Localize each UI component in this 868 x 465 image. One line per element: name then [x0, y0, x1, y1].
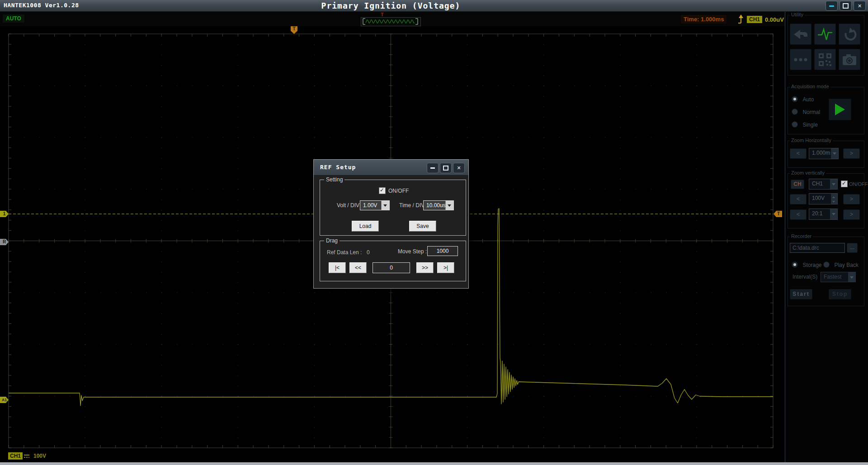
dialog-minimize-button[interactable] — [427, 163, 439, 173]
zoom-h-select[interactable]: 1.000ms — [809, 148, 839, 159]
stop-button: Stop — [829, 289, 851, 299]
move-first-button[interactable]: |< — [329, 262, 346, 273]
timebase-readout: Time: 1.000ms — [681, 15, 726, 24]
chevron-down-icon[interactable] — [830, 148, 838, 159]
probe-prev-button[interactable]: < — [790, 209, 807, 220]
utility-group-label: Utility — [790, 12, 805, 17]
save-button[interactable]: Save — [409, 221, 436, 232]
maximize-button[interactable] — [840, 1, 852, 11]
chevron-down-icon[interactable] — [830, 179, 837, 189]
probe-select[interactable]: 20:1 — [809, 209, 838, 220]
load-button[interactable]: Load — [352, 221, 379, 232]
screenshot-button[interactable] — [839, 49, 860, 70]
start-button[interactable]: Start — [790, 289, 812, 299]
trigger-level-readout: 0.00uV — [765, 16, 784, 23]
move-next-button[interactable]: >> — [416, 262, 434, 273]
trigger-edge-icon — [737, 14, 745, 24]
dialog-close-button[interactable]: ✕ — [453, 163, 465, 173]
volt-next-button[interactable]: > — [843, 194, 860, 204]
ref-setup-dialog: REF Setup ✕ Setting ✓ ON/OFF Volt / DIV … — [313, 159, 469, 289]
back-button[interactable] — [790, 24, 811, 45]
drag-group: Drag Ref Data Len : 0 Move Step : |< << … — [320, 241, 466, 281]
undo-button[interactable] — [839, 24, 860, 45]
more-button[interactable] — [790, 49, 811, 70]
channel-bar: CH1 100V — [0, 451, 785, 462]
volt-div-label: Volt / DIV — [337, 202, 359, 209]
dc-coupling-icon — [24, 454, 31, 459]
dialog-maximize-button[interactable] — [440, 163, 452, 173]
channel-value: CH1 — [809, 179, 830, 189]
radio-storage-icon — [792, 261, 798, 268]
zoom-v-group-label: Zoom vertically — [790, 170, 826, 176]
maximize-icon — [843, 3, 849, 9]
time-div-label: Time / DIV — [399, 202, 425, 209]
zoom-h-next-button[interactable]: > — [843, 148, 860, 159]
radio-single-label: Single — [802, 122, 817, 128]
ref-onoff-label: ON/OFF — [388, 188, 409, 194]
time-div-select[interactable]: 10.00us — [423, 200, 454, 210]
close-button[interactable]: ✕ — [854, 1, 866, 11]
spin-up-icon[interactable] — [831, 194, 837, 199]
undo-icon — [842, 27, 857, 42]
radio-storage-label: Storage — [802, 262, 821, 268]
radio-playback[interactable]: Play Back — [823, 261, 859, 269]
play-icon — [835, 104, 845, 115]
close-icon: ✕ — [457, 165, 461, 171]
zoom-h-prev-button[interactable]: < — [790, 148, 807, 159]
camera-icon — [842, 53, 857, 66]
move-prev-button[interactable]: << — [349, 262, 367, 273]
radio-normal[interactable]: Normal — [792, 108, 820, 116]
probe-next-button[interactable]: > — [843, 209, 860, 220]
radio-auto[interactable]: Auto — [792, 95, 814, 103]
interval-select: Fastest — [821, 272, 856, 282]
record-path-input[interactable] — [790, 243, 845, 253]
check-icon: ✓ — [380, 187, 384, 193]
chevron-down-icon[interactable] — [381, 201, 389, 210]
waveform-button[interactable] — [814, 24, 836, 45]
channel-badge[interactable]: CH1 — [8, 452, 23, 460]
volt-prev-button[interactable]: < — [790, 194, 807, 204]
spin-down-icon[interactable] — [831, 199, 837, 204]
waveform-icon — [817, 27, 833, 42]
minimize-button[interactable] — [826, 1, 838, 11]
move-last-button[interactable]: >| — [437, 262, 454, 273]
time-div-value: 10.00us — [424, 201, 445, 210]
radio-auto-label: Auto — [802, 96, 814, 103]
chevron-down-icon[interactable] — [445, 201, 453, 210]
volt-spinner[interactable]: 100V — [809, 193, 838, 204]
browse-button[interactable]: ... — [847, 243, 858, 253]
run-stop-button[interactable] — [829, 99, 851, 120]
move-step-label: Move Step : — [398, 248, 427, 255]
taskbar-edge — [0, 462, 868, 465]
radio-single[interactable]: Single — [792, 120, 818, 128]
preview-trigger-marker: T — [381, 12, 384, 17]
minimize-icon — [829, 5, 834, 7]
move-step-input[interactable] — [427, 246, 458, 256]
drag-group-label: Drag — [324, 237, 340, 244]
channel-select[interactable]: CH1 — [809, 179, 838, 190]
status-bar: AUTO T Time: 1.000ms CH1 0.00uV — [0, 12, 785, 26]
volt-div-select[interactable]: 1.00V — [360, 200, 390, 210]
qr-code-button[interactable] — [814, 49, 836, 70]
volt-div-readout[interactable]: 100V — [33, 453, 46, 459]
radio-storage[interactable]: Storage — [792, 261, 821, 269]
radio-auto-icon — [792, 96, 798, 102]
waveform-preview[interactable] — [361, 17, 421, 26]
trigger-mode-badge: AUTO — [3, 14, 24, 23]
dialog-title-bar[interactable]: REF Setup ✕ — [314, 160, 468, 176]
position-input[interactable] — [373, 262, 410, 273]
trigger-source-badge: CH1 — [747, 16, 762, 23]
ref-onoff-checkbox[interactable]: ✓ — [379, 187, 386, 194]
channel-button[interactable]: CH — [791, 180, 804, 189]
ref-data-len-value: 0 — [367, 249, 370, 256]
volt-value: 100V — [809, 194, 830, 204]
zoom-h-value: 1.000ms — [809, 148, 830, 159]
radio-normal-label: Normal — [802, 109, 820, 115]
more-dots-icon — [793, 57, 808, 62]
channel-onoff-checkbox[interactable]: ✓ — [841, 180, 848, 187]
zoom-h-group-label: Zoom Horizontally — [790, 138, 833, 143]
chevron-down-icon[interactable] — [830, 209, 837, 219]
ref-data-len-label: Ref Data Len : — [327, 249, 362, 256]
title-bar: HANTEK1008 Ver1.0.28 Primary Ignition (V… — [0, 0, 868, 12]
radio-single-icon — [792, 121, 798, 128]
